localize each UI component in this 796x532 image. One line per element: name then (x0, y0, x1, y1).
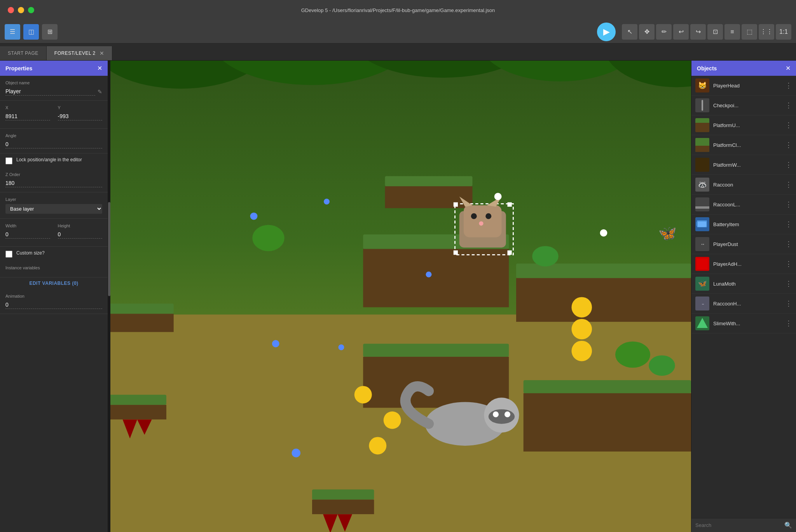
z-order-input[interactable] (5, 179, 102, 187)
toolbar-project-button[interactable]: ◫ (23, 24, 39, 40)
object-item-checkpoint[interactable]: Checkpoi... ⋮ (691, 96, 796, 115)
toolbar-frame-button[interactable]: ⬚ (742, 24, 757, 40)
svg-rect-17 (108, 304, 174, 314)
game-canvas-area[interactable]: 🦋 🦋 (108, 61, 691, 532)
object-menu-platformcl[interactable]: ⋮ (785, 141, 792, 149)
object-menu-raccoonh[interactable]: ⋮ (785, 299, 792, 308)
object-item-batteryitem[interactable]: BatteryItem ⋮ (691, 215, 796, 234)
object-name-section: Object name ✎ (0, 76, 108, 101)
toolbar-redo-button[interactable]: ↪ (690, 24, 706, 40)
svg-point-66 (600, 229, 607, 237)
object-menu-lunamoth[interactable]: ⋮ (785, 279, 792, 288)
svg-point-42 (485, 213, 491, 219)
object-name-raccoonh: RaccoonH... (713, 301, 781, 307)
object-item-platformw[interactable]: PlatformW... ⋮ (691, 155, 796, 175)
properties-title: Properties (5, 65, 32, 72)
x-input[interactable] (5, 112, 50, 120)
object-item-platformu[interactable]: PlatformU... ⋮ (691, 115, 796, 135)
tab-start-page[interactable]: START PAGE (0, 46, 47, 60)
object-item-playeradh[interactable]: PlayerAdH... ⋮ (691, 254, 796, 274)
object-menu-playerhead[interactable]: ⋮ (785, 81, 792, 90)
custom-size-row: Custom size? (0, 247, 108, 261)
object-menu-platformw[interactable]: ⋮ (785, 160, 792, 169)
height-input[interactable] (58, 230, 103, 239)
position-section: X Y (0, 101, 108, 129)
object-name-platformw: PlatformW... (713, 162, 781, 168)
object-item-slimewith[interactable]: SlimeWith... ⋮ (691, 314, 796, 333)
lock-position-label: Lock position/angle in the editor (16, 157, 82, 163)
layer-select[interactable]: Base layer (5, 204, 102, 214)
edit-name-icon[interactable]: ✎ (98, 89, 102, 95)
animation-input[interactable] (5, 301, 102, 309)
svg-point-33 (354, 386, 372, 403)
object-icon-batteryitem (695, 217, 709, 231)
object-icon-raccoonl (695, 197, 709, 211)
instance-vars-label: Instance variables (5, 265, 102, 270)
object-item-raccoon[interactable]: 🦝 Raccoon ⋮ (691, 175, 796, 195)
animation-label: Animation (5, 294, 102, 298)
svg-rect-13 (524, 380, 691, 393)
objects-search-input[interactable] (695, 522, 781, 528)
object-menu-raccoon[interactable]: ⋮ (785, 180, 792, 189)
object-name-input[interactable] (5, 87, 95, 96)
object-menu-platformu[interactable]: ⋮ (785, 121, 792, 129)
custom-size-checkbox[interactable] (5, 251, 12, 258)
svg-point-30 (572, 297, 592, 317)
maximize-window-button[interactable] (28, 7, 34, 13)
toolbar-move-button[interactable]: ✥ (639, 24, 655, 40)
object-menu-checkpoint[interactable]: ⋮ (785, 101, 792, 110)
toolbar-scene-button[interactable]: ⊞ (42, 24, 58, 40)
toolbar-select-button[interactable]: ↖ (622, 24, 637, 40)
xy-row: X Y (5, 105, 102, 120)
object-item-playerhead[interactable]: 😸 PlayerHead ⋮ (691, 76, 796, 96)
object-item-raccoonh[interactable]: ·· RaccoonH... ⋮ (691, 294, 796, 314)
svg-point-59 (250, 213, 258, 220)
properties-close-button[interactable]: ✕ (97, 65, 102, 72)
angle-section: Angle (0, 129, 108, 153)
object-item-playerdust[interactable]: ·· PlayerDust ⋮ (691, 234, 796, 254)
object-menu-playeradh[interactable]: ⋮ (785, 260, 792, 268)
tab-forest-level2[interactable]: FOREST/LEVEL 2 ✕ (47, 46, 112, 60)
height-label: Height (58, 223, 103, 228)
toolbar-undo-button[interactable]: ↩ (673, 24, 689, 40)
angle-input[interactable] (5, 140, 102, 148)
objects-close-button[interactable]: ✕ (786, 65, 791, 72)
custom-size-label: Custom size? (16, 250, 45, 256)
svg-point-64 (272, 340, 279, 347)
svg-point-41 (471, 213, 477, 219)
play-button[interactable]: ▶ (597, 23, 616, 41)
svg-rect-18 (108, 314, 174, 332)
toolbar-scale-button[interactable]: 1:1 (776, 24, 791, 40)
toolbar-pencil-button[interactable]: ✏ (656, 24, 672, 40)
minimize-window-button[interactable] (18, 7, 24, 13)
layer-label: Layer (5, 197, 102, 202)
tab-forest-close[interactable]: ✕ (100, 50, 105, 56)
object-item-raccoonl[interactable]: RaccoonL... ⋮ (691, 195, 796, 215)
width-label: Width (5, 223, 50, 228)
object-name-platformcl: PlatformCl... (713, 142, 781, 148)
z-order-section: Z Order (0, 167, 108, 192)
toolbar-menu-button[interactable]: ☰ (5, 24, 20, 40)
vertical-scrollbar-thumb[interactable] (108, 202, 110, 297)
object-menu-playerdust[interactable]: ⋮ (785, 240, 792, 248)
object-item-lunamoth[interactable]: 🦋 LunaMoth ⋮ (691, 274, 796, 294)
svg-point-54 (532, 246, 559, 267)
toolbar-grid-button[interactable]: ⊡ (707, 24, 723, 40)
object-item-platformcl[interactable]: PlatformCl... ⋮ (691, 135, 796, 155)
object-menu-raccoonl[interactable]: ⋮ (785, 200, 792, 209)
toolbar-dots-button[interactable]: ⋮⋮ (759, 24, 774, 40)
y-input[interactable] (58, 112, 103, 120)
object-name-playerdust: PlayerDust (713, 241, 781, 247)
width-input[interactable] (5, 230, 50, 239)
svg-rect-16 (385, 186, 473, 208)
lock-position-checkbox[interactable] (5, 157, 12, 164)
close-window-button[interactable] (8, 7, 14, 13)
x-label: X (5, 105, 50, 110)
properties-panel: Properties ✕ Object name ✎ X Y (0, 61, 108, 532)
edit-variables-button[interactable]: EDIT VARIABLES (0) (0, 277, 108, 289)
object-name-lunamoth: LunaMoth (713, 281, 781, 287)
toolbar-list-button[interactable]: ≡ (724, 24, 740, 40)
svg-rect-46 (454, 250, 458, 255)
object-menu-batteryitem[interactable]: ⋮ (785, 220, 792, 228)
object-menu-slimewith[interactable]: ⋮ (785, 319, 792, 328)
